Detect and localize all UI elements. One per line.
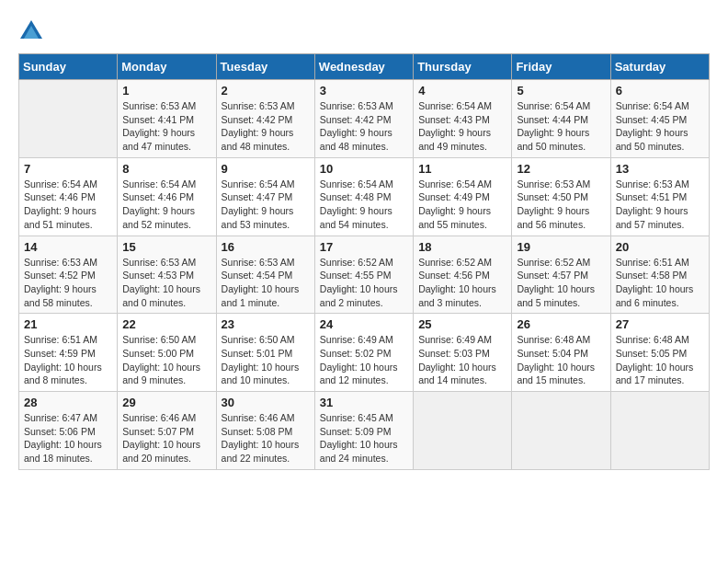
calendar-body: 1 Sunrise: 6:53 AMSunset: 4:41 PMDayligh… [19, 80, 710, 470]
cell-info: Sunrise: 6:54 AMSunset: 4:49 PMDaylight:… [418, 178, 492, 230]
day-header-tuesday: Tuesday [216, 54, 314, 80]
cell-info: Sunrise: 6:54 AMSunset: 4:46 PMDaylight:… [122, 178, 196, 230]
cell-info: Sunrise: 6:48 AMSunset: 5:05 PMDaylight:… [616, 334, 694, 385]
calendar-cell: 21 Sunrise: 6:51 AMSunset: 4:59 PMDaylig… [19, 314, 118, 392]
calendar-cell: 27 Sunrise: 6:48 AMSunset: 5:05 PMDaylig… [610, 314, 709, 392]
cell-info: Sunrise: 6:47 AMSunset: 5:06 PMDaylight:… [24, 412, 102, 464]
cell-info: Sunrise: 6:54 AMSunset: 4:46 PMDaylight:… [24, 178, 97, 230]
day-header-thursday: Thursday [414, 54, 512, 80]
cell-info: Sunrise: 6:50 AMSunset: 5:01 PMDaylight:… [222, 334, 300, 385]
calendar-cell: 19 Sunrise: 6:52 AMSunset: 4:57 PMDaylig… [512, 236, 610, 314]
day-number: 23 [222, 317, 310, 331]
calendar-cell: 8 Sunrise: 6:54 AMSunset: 4:46 PMDayligh… [118, 157, 216, 236]
day-number: 8 [122, 162, 210, 176]
day-number: 10 [320, 162, 408, 176]
cell-info: Sunrise: 6:48 AMSunset: 5:04 PMDaylight:… [517, 334, 595, 385]
day-number: 17 [320, 240, 408, 254]
day-number: 9 [222, 162, 310, 176]
day-number: 16 [222, 240, 310, 254]
day-number: 21 [24, 317, 112, 331]
calendar-cell: 30 Sunrise: 6:46 AMSunset: 5:08 PMDaylig… [216, 392, 314, 470]
cell-info: Sunrise: 6:54 AMSunset: 4:48 PMDaylight:… [320, 178, 393, 230]
calendar-cell [512, 392, 610, 470]
day-number: 30 [222, 396, 310, 409]
cell-info: Sunrise: 6:53 AMSunset: 4:50 PMDaylight:… [517, 178, 590, 230]
day-number: 14 [24, 240, 112, 254]
calendar-cell: 9 Sunrise: 6:54 AMSunset: 4:47 PMDayligh… [216, 157, 314, 236]
calendar-cell: 6 Sunrise: 6:54 AMSunset: 4:45 PMDayligh… [610, 80, 709, 158]
calendar-cell: 4 Sunrise: 6:54 AMSunset: 4:43 PMDayligh… [414, 80, 512, 158]
calendar-week-3: 14 Sunrise: 6:53 AMSunset: 4:52 PMDaylig… [19, 236, 710, 314]
calendar-cell: 5 Sunrise: 6:54 AMSunset: 4:44 PMDayligh… [512, 80, 610, 158]
day-number: 24 [320, 317, 408, 331]
cell-info: Sunrise: 6:52 AMSunset: 4:56 PMDaylight:… [418, 257, 496, 308]
cell-info: Sunrise: 6:45 AMSunset: 5:09 PMDaylight:… [320, 412, 398, 464]
calendar-cell: 25 Sunrise: 6:49 AMSunset: 5:03 PMDaylig… [414, 314, 512, 392]
day-header-friday: Friday [512, 54, 610, 80]
cell-info: Sunrise: 6:53 AMSunset: 4:42 PMDaylight:… [222, 100, 295, 152]
calendar-cell: 31 Sunrise: 6:45 AMSunset: 5:09 PMDaylig… [314, 392, 413, 470]
calendar-cell: 29 Sunrise: 6:46 AMSunset: 5:07 PMDaylig… [118, 392, 216, 470]
calendar-header: SundayMondayTuesdayWednesdayThursdayFrid… [19, 54, 710, 80]
calendar-cell: 3 Sunrise: 6:53 AMSunset: 4:42 PMDayligh… [314, 80, 413, 158]
cell-info: Sunrise: 6:53 AMSunset: 4:53 PMDaylight:… [122, 257, 200, 308]
cell-info: Sunrise: 6:54 AMSunset: 4:44 PMDaylight:… [517, 100, 590, 152]
calendar-cell: 17 Sunrise: 6:52 AMSunset: 4:55 PMDaylig… [314, 236, 413, 314]
cell-info: Sunrise: 6:49 AMSunset: 5:03 PMDaylight:… [418, 334, 496, 385]
cell-info: Sunrise: 6:54 AMSunset: 4:47 PMDaylight:… [222, 178, 295, 230]
day-number: 25 [418, 317, 506, 331]
calendar-cell: 10 Sunrise: 6:54 AMSunset: 4:48 PMDaylig… [314, 157, 413, 236]
cell-info: Sunrise: 6:53 AMSunset: 4:54 PMDaylight:… [222, 257, 300, 308]
logo [18, 18, 46, 44]
day-number: 7 [24, 162, 112, 176]
cell-info: Sunrise: 6:51 AMSunset: 4:59 PMDaylight:… [24, 334, 102, 385]
calendar-cell: 26 Sunrise: 6:48 AMSunset: 5:04 PMDaylig… [512, 314, 610, 392]
day-number: 28 [24, 396, 112, 409]
day-header-saturday: Saturday [610, 54, 709, 80]
calendar-cell: 24 Sunrise: 6:49 AMSunset: 5:02 PMDaylig… [314, 314, 413, 392]
day-number: 29 [122, 396, 210, 409]
calendar-week-5: 28 Sunrise: 6:47 AMSunset: 5:06 PMDaylig… [19, 392, 710, 470]
calendar-cell: 18 Sunrise: 6:52 AMSunset: 4:56 PMDaylig… [414, 236, 512, 314]
day-number: 26 [517, 317, 605, 331]
calendar-cell: 20 Sunrise: 6:51 AMSunset: 4:58 PMDaylig… [610, 236, 709, 314]
cell-info: Sunrise: 6:53 AMSunset: 4:51 PMDaylight:… [616, 178, 689, 230]
calendar-cell: 23 Sunrise: 6:50 AMSunset: 5:01 PMDaylig… [216, 314, 314, 392]
calendar-cell: 11 Sunrise: 6:54 AMSunset: 4:49 PMDaylig… [414, 157, 512, 236]
cell-info: Sunrise: 6:52 AMSunset: 4:57 PMDaylight:… [517, 257, 595, 308]
day-header-wednesday: Wednesday [314, 54, 413, 80]
day-number: 2 [222, 84, 310, 98]
logo-icon [18, 18, 44, 44]
calendar-cell [414, 392, 512, 470]
cell-info: Sunrise: 6:50 AMSunset: 5:00 PMDaylight:… [122, 334, 200, 385]
cell-info: Sunrise: 6:54 AMSunset: 4:45 PMDaylight:… [616, 100, 689, 152]
calendar-cell: 2 Sunrise: 6:53 AMSunset: 4:42 PMDayligh… [216, 80, 314, 158]
calendar-cell [610, 392, 709, 470]
day-number: 11 [418, 162, 506, 176]
calendar-cell: 15 Sunrise: 6:53 AMSunset: 4:53 PMDaylig… [118, 236, 216, 314]
cell-info: Sunrise: 6:53 AMSunset: 4:52 PMDaylight:… [24, 257, 97, 308]
calendar-cell: 22 Sunrise: 6:50 AMSunset: 5:00 PMDaylig… [118, 314, 216, 392]
calendar-cell: 1 Sunrise: 6:53 AMSunset: 4:41 PMDayligh… [118, 80, 216, 158]
day-header-sunday: Sunday [19, 54, 118, 80]
day-number: 20 [616, 240, 704, 254]
cell-info: Sunrise: 6:49 AMSunset: 5:02 PMDaylight:… [320, 334, 398, 385]
cell-info: Sunrise: 6:46 AMSunset: 5:07 PMDaylight:… [122, 412, 200, 464]
page-header [18, 18, 710, 44]
day-number: 12 [517, 162, 605, 176]
cell-info: Sunrise: 6:53 AMSunset: 4:42 PMDaylight:… [320, 100, 393, 152]
header-row: SundayMondayTuesdayWednesdayThursdayFrid… [19, 54, 710, 80]
cell-info: Sunrise: 6:53 AMSunset: 4:41 PMDaylight:… [122, 100, 196, 152]
day-number: 4 [418, 84, 506, 98]
day-number: 5 [517, 84, 605, 98]
calendar-cell [19, 80, 118, 158]
day-number: 18 [418, 240, 506, 254]
day-number: 6 [616, 84, 704, 98]
calendar-cell: 14 Sunrise: 6:53 AMSunset: 4:52 PMDaylig… [19, 236, 118, 314]
calendar-cell: 7 Sunrise: 6:54 AMSunset: 4:46 PMDayligh… [19, 157, 118, 236]
day-number: 1 [122, 84, 210, 98]
day-number: 15 [122, 240, 210, 254]
day-number: 13 [616, 162, 704, 176]
calendar-cell: 28 Sunrise: 6:47 AMSunset: 5:06 PMDaylig… [19, 392, 118, 470]
day-number: 27 [616, 317, 704, 331]
